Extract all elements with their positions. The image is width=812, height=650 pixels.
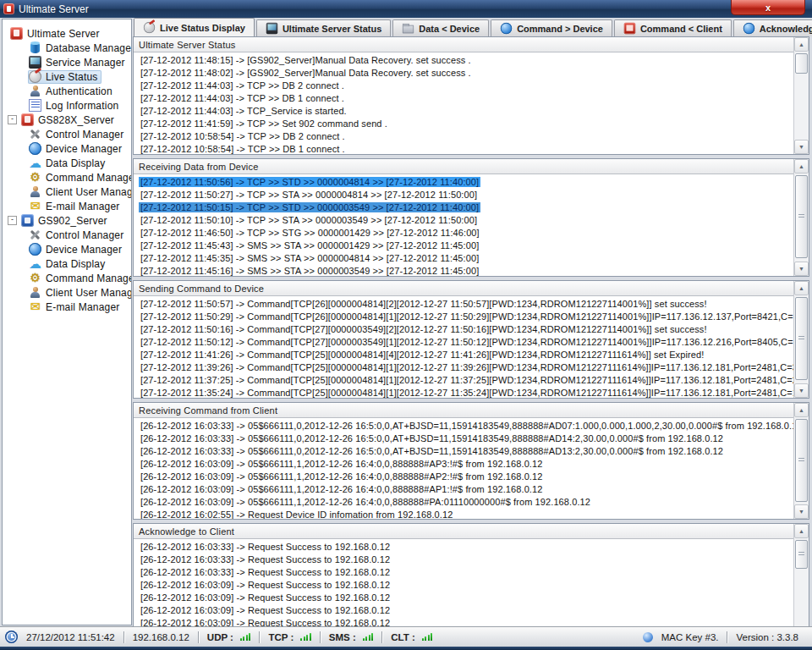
scroll-up-icon[interactable]: ▲ — [794, 281, 809, 295]
log-list: [27-12-2012 11:48:15] -> [GS902_Server]M… — [134, 52, 793, 154]
log-row[interactable]: [27-12-2012 11:48:02] -> [GS902_Server]M… — [134, 67, 793, 80]
log-row[interactable]: [26-12-2012 16:03:09] -> 05$666111,1,201… — [134, 483, 793, 496]
sidebar-item-client-user-manager[interactable]: Client User Manager — [3, 185, 131, 199]
vertical-scrollbar[interactable]: ▲▼ — [794, 37, 809, 154]
tab-data-device[interactable]: Data < Device — [392, 19, 489, 36]
sidebar-item-command-manager[interactable]: ⚙Command Manager — [3, 271, 131, 285]
statusbar-ip: 192.168.0.12 — [124, 632, 198, 642]
scroll-up-icon[interactable]: ▲ — [794, 403, 809, 417]
sidebar-item-device-manager[interactable]: Device Manager — [3, 242, 131, 256]
log-row[interactable]: [27-12-2012 10:58:54] -> TCP >> DB 1 con… — [134, 143, 793, 154]
log-row[interactable]: [27-12-2012 11:48:15] -> [GS902_Server]M… — [134, 54, 793, 67]
sidebar-item-service-manager[interactable]: Service Manager — [3, 55, 131, 69]
sidebar-item-live-status[interactable]: Live Status — [3, 69, 131, 84]
log-row[interactable]: [27-12-2012 11:50:57] -> Command[TCP[26]… — [134, 298, 793, 311]
scroll-track[interactable] — [794, 417, 809, 504]
database-icon — [29, 41, 41, 54]
log-row[interactable]: [26-12-2012 16:03:33] -> 05$666111,0,201… — [134, 445, 793, 458]
scroll-down-icon[interactable]: ▼ — [794, 383, 809, 398]
log-row[interactable]: [27-12-2012 11:39:26] -> Command[TCP[25]… — [134, 361, 793, 374]
vertical-scrollbar[interactable]: ▲▼ — [794, 281, 809, 398]
log-row[interactable]: [27-12-2012 11:50:12] -> Command[TCP[27]… — [134, 336, 793, 349]
log-row[interactable]: [26-12-2012 16:03:09] -> 05$666111,1,201… — [134, 458, 793, 471]
vertical-scrollbar[interactable]: ▲▼ — [794, 159, 809, 276]
log-row[interactable]: [27-12-2012 11:44:03] -> TCP >> DB 2 con… — [134, 80, 793, 92]
log-row[interactable]: [26-12-2012 16:03:33] -> Request Success… — [134, 554, 793, 566]
scroll-down-icon[interactable]: ▼ — [794, 140, 809, 154]
log-row[interactable]: [27-12-2012 11:50:16] -> Command[TCP[27]… — [134, 323, 793, 336]
scroll-track[interactable] — [794, 538, 809, 632]
live-icon — [144, 22, 156, 34]
log-row[interactable]: [27-12-2012 11:41:26] -> Command[TCP[25]… — [134, 349, 793, 361]
close-button[interactable]: x — [731, 0, 805, 15]
log-row[interactable]: [27-12-2012 11:50:29] -> Command[TCP[26]… — [134, 311, 793, 323]
scroll-thumb[interactable] — [795, 297, 808, 380]
log-row[interactable]: [26-12-2012 16:03:09] -> Request Success… — [134, 592, 793, 604]
scroll-up-icon[interactable]: ▲ — [794, 37, 809, 52]
sidebar-item-data-display[interactable]: ☁Data Display — [3, 156, 131, 170]
tab-live-status-display[interactable]: Live Status Display — [134, 18, 255, 36]
sidebar-item-control-manager[interactable]: Control Manager — [3, 228, 131, 242]
log-row[interactable]: [27-12-2012 10:58:54] -> TCP >> DB 2 con… — [134, 130, 793, 143]
log-row[interactable]: [27-12-2012 11:50:27] -> TCP >> STA >> 0… — [134, 189, 793, 201]
log-row[interactable]: [26-12-2012 16:03:33] -> 05$666111,0,201… — [134, 432, 793, 445]
log-row[interactable]: [27-12-2012 11:45:43] -> SMS >> STA >> 0… — [134, 240, 793, 252]
log-row-text: [26-12-2012 16:02:55] -> Request Device … — [139, 510, 454, 519]
tree-collapse-icon[interactable]: - — [8, 216, 17, 225]
log-row[interactable]: [26-12-2012 16:03:09] -> 05$666111,1,201… — [134, 496, 793, 509]
log-row[interactable]: [26-12-2012 16:02:55] -> Request Device … — [134, 509, 793, 519]
scroll-up-icon[interactable]: ▲ — [794, 524, 809, 538]
sidebar-item-ultimate-server[interactable]: Ultimate Server — [3, 26, 131, 41]
tab-command-client[interactable]: Command < Client — [614, 19, 732, 36]
tab-acknowledge[interactable]: Acknowledge — [733, 19, 812, 36]
sidebar-item-authentication[interactable]: Authentication — [3, 84, 131, 98]
sidebar-item-device-manager[interactable]: Device Manager — [3, 141, 131, 156]
scroll-track[interactable] — [794, 52, 809, 140]
log-row[interactable]: [27-12-2012 11:35:24] -> Command[TCP[25]… — [134, 387, 793, 398]
log-row[interactable]: [27-12-2012 11:45:16] -> SMS >> STA >> 0… — [134, 265, 793, 276]
sidebar-item-client-user-manager[interactable]: Client User Manager — [3, 285, 131, 300]
scroll-track[interactable] — [794, 174, 809, 262]
tab-command-device[interactable]: Command > Device — [491, 19, 612, 36]
log-row[interactable]: [26-12-2012 16:03:09] -> 05$666111,1,201… — [134, 471, 793, 483]
signal-bars-icon — [422, 633, 433, 641]
vertical-scrollbar[interactable]: ▲▼ — [794, 403, 809, 519]
sidebar-item-label: Command Manager — [46, 273, 132, 284]
sidebar-item-log-information[interactable]: Log Information — [3, 98, 131, 113]
log-row[interactable]: [26-12-2012 16:03:33] -> Request Success… — [134, 541, 793, 554]
log-row[interactable]: [26-12-2012 16:03:09] -> Request Success… — [134, 579, 793, 592]
sidebar-item-gs902-server[interactable]: -GS902_Server — [3, 213, 131, 228]
sidebar-item-e-mail-manager[interactable]: ✉E-mail Manager — [3, 199, 131, 213]
scroll-thumb[interactable] — [795, 175, 808, 258]
panel-body: Receiving Command from Client[26-12-2012… — [134, 403, 794, 519]
sidebar-item-command-manager[interactable]: ⚙Command Manager — [3, 170, 131, 185]
log-row[interactable]: [27-12-2012 11:50:15] -> TCP >> STD >> 0… — [134, 201, 793, 214]
tree-collapse-icon[interactable]: - — [8, 115, 17, 124]
log-row-text: [27-12-2012 11:41:59] -> TCP >> Set 902 … — [139, 118, 389, 129]
log-row[interactable]: [26-12-2012 16:03:33] -> Request Success… — [134, 566, 793, 579]
log-row[interactable]: [27-12-2012 11:50:56] -> TCP >> STD >> 0… — [134, 176, 793, 189]
tab-ultimate-server-status[interactable]: Ultimate Server Status — [256, 19, 391, 36]
scroll-down-icon[interactable]: ▼ — [794, 504, 809, 519]
log-row[interactable]: [27-12-2012 11:44:03] -> TCP_Service is … — [134, 105, 793, 118]
sidebar-item-e-mail-manager[interactable]: ✉E-mail Manager — [3, 300, 131, 314]
sidebar-item-data-display[interactable]: ☁Data Display — [3, 256, 131, 271]
log-row[interactable]: [27-12-2012 11:45:35] -> SMS >> STA >> 0… — [134, 252, 793, 265]
scroll-down-icon[interactable]: ▼ — [794, 262, 809, 276]
log-row[interactable]: [27-12-2012 11:41:59] -> TCP >> Set 902 … — [134, 118, 793, 130]
log-row[interactable]: [27-12-2012 11:44:03] -> TCP >> DB 1 con… — [134, 92, 793, 105]
scroll-thumb[interactable] — [795, 53, 808, 74]
scroll-thumb[interactable] — [795, 419, 808, 502]
sidebar-item-gs828x-server[interactable]: -GS828X_Server — [3, 113, 131, 127]
scroll-up-icon[interactable]: ▲ — [794, 159, 809, 174]
log-row[interactable]: [26-12-2012 16:03:09] -> Request Success… — [134, 604, 793, 617]
log-row[interactable]: [27-12-2012 11:46:50] -> TCP >> STG >> 0… — [134, 227, 793, 240]
log-row[interactable]: [27-12-2012 11:50:10] -> TCP >> STA >> 0… — [134, 214, 793, 227]
sidebar-item-database-manager[interactable]: Database Manager — [3, 41, 131, 55]
scroll-track[interactable] — [794, 295, 809, 383]
log-row[interactable]: [26-12-2012 16:03:33] -> 05$666111,0,201… — [134, 420, 793, 432]
scroll-thumb[interactable] — [795, 540, 808, 569]
log-row[interactable]: [27-12-2012 11:37:25] -> Command[TCP[25]… — [134, 374, 793, 387]
sidebar-item-control-manager[interactable]: Control Manager — [3, 127, 131, 141]
app-icon — [3, 3, 14, 14]
